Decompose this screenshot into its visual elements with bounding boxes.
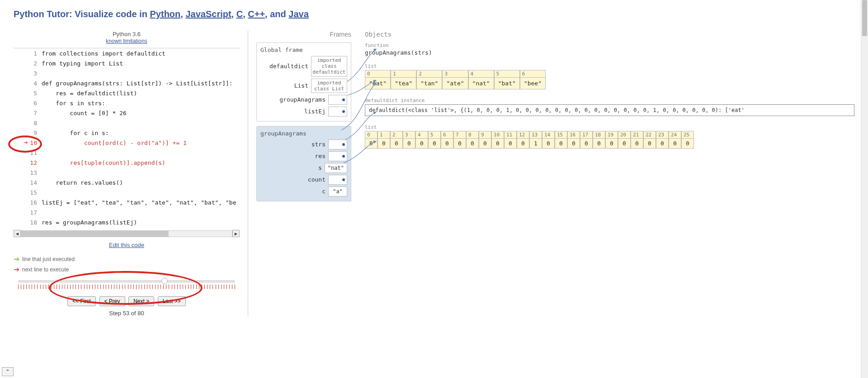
list-cell: 160 — [567, 131, 580, 149]
code-text: res = defaultdict(list) — [42, 90, 137, 97]
code-line: ➔10 count[ord(c) - ord("a")] += 1 — [14, 138, 240, 148]
line-number: 5 — [30, 90, 42, 97]
code-text: return res.values() — [42, 179, 123, 186]
sep: , — [231, 9, 236, 19]
edit-code-link[interactable]: Edit this code — [109, 242, 144, 248]
list-cell: 2"tan" — [416, 70, 442, 89]
code-text: from collections import defaultdict — [42, 50, 165, 57]
sep: , — [243, 9, 248, 19]
var-value: "nat" — [325, 163, 347, 173]
line-number: 18 — [30, 219, 42, 226]
defaultdict-repr: defaultdict(<class 'list'>, {(1, 0, 0, 0… — [365, 104, 854, 116]
var-name: res — [260, 153, 326, 159]
line-number: 16 — [30, 199, 42, 206]
code-line: 13 — [14, 168, 240, 177]
list-cell: 190 — [605, 131, 618, 149]
line-number: 6 — [30, 100, 42, 107]
line-number: 14 — [30, 179, 42, 186]
list-cell: 4"nat" — [468, 70, 494, 89]
var-row: defaultdictimported class defaultdict — [257, 55, 351, 78]
next-button[interactable]: Next > — [128, 296, 154, 306]
scroll-left-icon[interactable]: ◄ — [14, 230, 21, 237]
lang-link-c[interactable]: C — [236, 9, 243, 19]
known-limitations-link[interactable]: known limitations — [106, 38, 147, 44]
frame-title: groupAnagrams — [257, 128, 351, 139]
sep: , and — [265, 9, 288, 19]
obj-label: list — [365, 63, 854, 69]
var-name: groupAnagrams — [260, 96, 326, 103]
scroll-right-icon[interactable]: ► — [232, 230, 240, 237]
line-number: 9 — [30, 130, 42, 136]
code-line: 5 res = defaultdict(list) — [14, 88, 240, 98]
frames-header: Frames — [256, 31, 351, 38]
lang-link-java[interactable]: Java — [288, 9, 309, 19]
code-text: for s in strs: — [42, 100, 105, 107]
line-number: 1 — [30, 50, 42, 57]
list-cell: 3"ate" — [442, 70, 468, 89]
list-cell: 00 — [365, 131, 377, 149]
var-row: groupAnagrams — [257, 94, 351, 106]
obj-label: function — [365, 42, 854, 48]
code-text: res[tuple(count)].append(s) — [42, 159, 165, 166]
code-line: 17 — [14, 207, 240, 217]
lang-link-javascript[interactable]: JavaScript — [185, 9, 231, 19]
step-slider[interactable] — [18, 280, 235, 283]
arrow-next-icon: ➔ — [14, 265, 19, 274]
list-cell: 40 — [415, 131, 428, 149]
code-text: count[ord(c) - ord("a")] += 1 — [42, 140, 187, 146]
code-line: 1from collections import defaultdict — [14, 48, 240, 58]
list-cell: 250 — [681, 131, 694, 149]
var-row: c"a" — [257, 186, 351, 197]
list-cell: 10 — [377, 131, 390, 149]
var-row: strs — [257, 139, 351, 150]
first-button[interactable]: << First — [67, 296, 96, 306]
function-signature: groupAnagrams(strs) — [365, 49, 854, 56]
lang-link-python[interactable]: Python — [150, 9, 181, 19]
code-text: listEj = ["eat", "tea", "tan", "ate", "n… — [42, 199, 236, 206]
var-value — [328, 175, 347, 185]
list-cell: 80 — [466, 131, 479, 149]
list-cell: 180 — [593, 131, 605, 149]
list-object-strs: 0"eat"1"tea"2"tan"3"ate"4"nat"5"bat"6"be… — [365, 70, 854, 89]
var-name: s — [260, 164, 322, 171]
code-line: 7 count = [0] * 26 — [14, 108, 240, 118]
line-number: 4 — [30, 80, 42, 87]
last-button[interactable]: Last >> — [158, 296, 186, 306]
line-number: 3 — [30, 70, 42, 77]
code-text: for c in s: — [42, 130, 109, 136]
list-cell: 6"bee" — [520, 70, 546, 89]
code-text: res = groupAnagrams(listEj) — [42, 219, 137, 226]
obj-label: defaultdict instance — [365, 98, 854, 103]
list-cell: 140 — [542, 131, 555, 149]
var-value — [328, 140, 347, 149]
code-text: def groupAnagrams(strs: List[str]) -> Li… — [42, 80, 233, 87]
var-row: s"nat" — [257, 162, 351, 174]
code-block: 1from collections import defaultdict2fro… — [14, 48, 240, 227]
list-cell: 110 — [504, 131, 517, 149]
code-hscroll[interactable]: ◄ ► — [14, 230, 240, 237]
line-number: 7 — [30, 110, 42, 117]
code-line: 6 for s in strs: — [14, 98, 240, 108]
list-cell: 5"bat" — [494, 70, 520, 89]
vertical-scrollbar[interactable] — [861, 0, 868, 326]
page-title: Python Tutor: Visualize code in Python, … — [14, 9, 854, 19]
var-value — [328, 151, 347, 161]
var-value: imported class defaultdict — [311, 56, 347, 77]
frame-title: Global frame — [257, 45, 351, 55]
prev-button[interactable]: < Prev — [99, 296, 125, 306]
var-name: defaultdict — [260, 63, 308, 70]
slider-ticks — [18, 285, 235, 291]
var-row: count — [257, 174, 351, 186]
var-row: Listimported class List — [257, 78, 351, 94]
code-line: 9 for c in s: — [14, 128, 240, 138]
list-cell: 100 — [491, 131, 504, 149]
slider-thumb[interactable] — [161, 278, 168, 284]
code-line: 11 — [14, 148, 240, 158]
lang-link-cpp[interactable]: C++ — [248, 9, 265, 19]
code-line: 12 res[tuple(count)].append(s) — [14, 158, 240, 168]
list-cell: 131 — [529, 131, 542, 149]
list-cell: 210 — [631, 131, 643, 149]
list-cell: 200 — [618, 131, 631, 149]
list-cell: 120 — [517, 131, 529, 149]
var-value — [328, 95, 347, 105]
